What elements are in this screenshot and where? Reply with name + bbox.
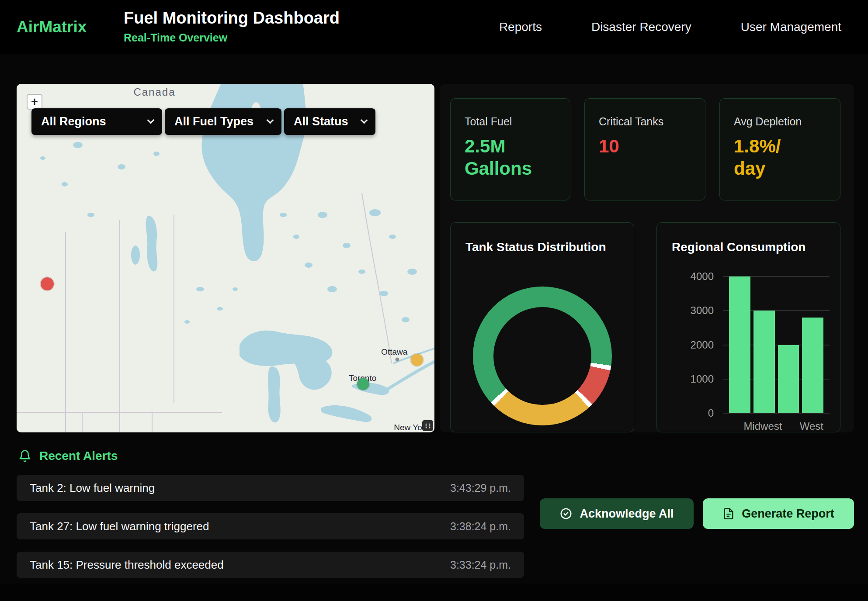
bar[interactable] bbox=[778, 345, 799, 414]
y-tick-label: 4000 bbox=[691, 270, 714, 283]
map-borders bbox=[17, 193, 392, 432]
stat-card-avg-depletion: Avg Depletion 1.8%/ day bbox=[719, 98, 840, 200]
stat-value: 2.5M Gallons bbox=[465, 135, 556, 180]
fuel-monitoring-dashboard: AirMatrix Fuel Monitoring Dashboard Real… bbox=[0, 0, 868, 601]
nav-disaster-recovery[interactable]: Disaster Recovery bbox=[591, 20, 691, 34]
map-panel[interactable]: Canada Ottawa Toronto New York + All Reg… bbox=[17, 84, 434, 432]
x-tick-label bbox=[785, 420, 796, 432]
stat-value: 10 bbox=[599, 135, 691, 157]
acknowledge-all-button[interactable]: Acknowledge All bbox=[540, 498, 694, 529]
regions-filter-value: All Regions bbox=[41, 115, 106, 128]
status-filter-dropdown[interactable]: All Status bbox=[284, 108, 375, 135]
chart-title: Regional Consumption bbox=[657, 223, 840, 254]
bar-series bbox=[723, 276, 830, 413]
bar[interactable] bbox=[729, 276, 750, 413]
alert-text: Tank 2: Low fuel warning bbox=[30, 481, 155, 495]
tank-marker-warning[interactable] bbox=[411, 354, 423, 366]
fuel-type-filter-value: All Fuel Types bbox=[174, 115, 253, 128]
check-circle-icon bbox=[559, 507, 573, 520]
y-tick-label: 3000 bbox=[691, 304, 714, 317]
donut-hole bbox=[493, 307, 591, 405]
status-filter-value: All Status bbox=[294, 115, 348, 128]
regional-consumption-card: Regional Consumption 01000200030004000 M… bbox=[656, 222, 840, 432]
bar-plot bbox=[723, 276, 830, 413]
ottawa-town-dot-icon bbox=[395, 358, 399, 362]
alert-list-item[interactable]: Tank 2: Low fuel warning 3:43:29 p.m. bbox=[17, 475, 524, 501]
nav-reports[interactable]: Reports bbox=[499, 20, 542, 34]
title-block: Fuel Monitoring Dashboard Real-Time Over… bbox=[124, 9, 340, 44]
bell-icon bbox=[18, 449, 31, 463]
regions-filter-dropdown[interactable]: All Regions bbox=[31, 108, 162, 135]
tank-marker-critical[interactable] bbox=[41, 277, 54, 290]
map-label-ottawa: Ottawa bbox=[381, 347, 407, 357]
zoom-in-button[interactable]: + bbox=[27, 94, 42, 110]
tank-status-distribution-card: Tank Status Distribution bbox=[450, 222, 634, 432]
donut-chart[interactable] bbox=[473, 287, 612, 425]
nav-user-management[interactable]: User Management bbox=[741, 20, 841, 34]
x-tick-label bbox=[729, 420, 740, 432]
header: AirMatrix Fuel Monitoring Dashboard Real… bbox=[0, 0, 868, 54]
alert-time: 3:43:29 p.m. bbox=[450, 482, 511, 494]
bar[interactable] bbox=[802, 318, 823, 413]
brand-logo[interactable]: AirMatrix bbox=[17, 18, 87, 36]
y-tick-label: 0 bbox=[708, 407, 714, 419]
generate-report-button[interactable]: Generate Report bbox=[703, 498, 854, 529]
bar[interactable] bbox=[753, 311, 775, 413]
stat-label: Critical Tanks bbox=[599, 115, 691, 128]
y-tick-label: 1000 bbox=[691, 373, 714, 385]
alert-list-item[interactable]: Tank 27: Low fuel warning triggered 3:38… bbox=[17, 513, 524, 539]
recent-alerts-heading: Recent Alerts bbox=[18, 449, 118, 463]
chart-title: Tank Status Distribution bbox=[451, 223, 634, 254]
main-nav: Reports Disaster Recovery User Managemen… bbox=[499, 0, 841, 54]
x-tick-label: West bbox=[800, 420, 823, 432]
map-resize-handle[interactable] bbox=[422, 420, 433, 431]
chevron-down-icon bbox=[147, 116, 155, 124]
bar-y-axis: 01000200030004000 bbox=[669, 276, 718, 413]
metrics-panel: Total Fuel 2.5M Gallons Critical Tanks 1… bbox=[440, 84, 854, 432]
stat-label: Avg Depletion bbox=[734, 115, 826, 128]
map-label-canada: Canada bbox=[133, 86, 175, 98]
alert-text: Tank 15: Pressure threshold exceeded bbox=[30, 558, 224, 572]
acknowledge-all-label: Acknowledge All bbox=[580, 507, 674, 521]
chevron-down-icon bbox=[361, 116, 368, 124]
y-tick-label: 2000 bbox=[691, 339, 714, 351]
drag-dots-icon bbox=[425, 423, 431, 429]
map-filters: All Regions All Fuel Types All Status bbox=[31, 108, 375, 135]
document-icon bbox=[722, 508, 735, 520]
stat-card-total-fuel: Total Fuel 2.5M Gallons bbox=[450, 98, 570, 200]
generate-report-label: Generate Report bbox=[742, 507, 834, 521]
bar-x-axis: MidwestWest bbox=[723, 420, 830, 432]
x-tick-label: Midwest bbox=[743, 420, 782, 432]
recent-alerts-title: Recent Alerts bbox=[39, 449, 118, 463]
page-title: Fuel Monitoring Dashboard bbox=[124, 9, 340, 28]
stat-label: Total Fuel bbox=[465, 115, 556, 128]
tank-marker-normal[interactable] bbox=[357, 378, 369, 390]
footer-strip bbox=[0, 584, 868, 601]
alert-time: 3:38:24 p.m. bbox=[450, 520, 511, 533]
alert-text: Tank 27: Low fuel warning triggered bbox=[30, 520, 209, 533]
page-subtitle: Real-Time Overview bbox=[124, 31, 340, 44]
stat-value: 1.8%/ day bbox=[734, 135, 826, 180]
alert-time: 3:33:24 p.m. bbox=[450, 559, 511, 571]
stat-card-critical-tanks: Critical Tanks 10 bbox=[584, 98, 705, 200]
alert-list-item[interactable]: Tank 15: Pressure threshold exceeded 3:3… bbox=[17, 552, 524, 578]
chevron-down-icon bbox=[267, 116, 274, 124]
fuel-type-filter-dropdown[interactable]: All Fuel Types bbox=[165, 108, 281, 135]
